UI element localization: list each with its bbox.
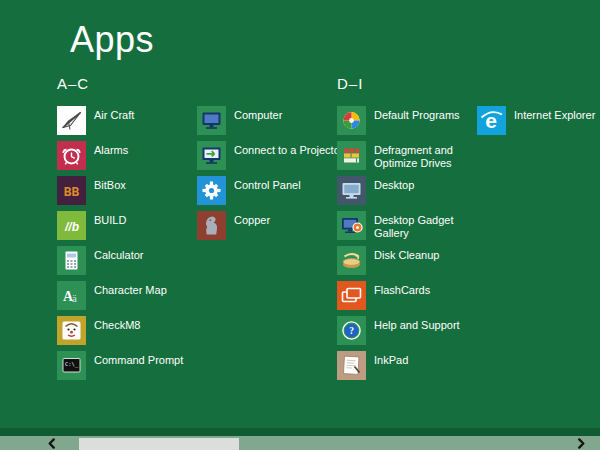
app-label-alarms: Alarms — [94, 141, 194, 157]
app-tile-help-and-support[interactable]: ? — [337, 316, 366, 345]
command-prompt-icon: C:\_ — [57, 351, 86, 380]
app-label-character-map: Character Map — [94, 281, 194, 297]
app-tile-checkm8[interactable] — [57, 316, 86, 345]
flashcards-icon — [337, 281, 366, 310]
app-tile-command-prompt[interactable]: C:\_ — [57, 351, 86, 380]
apps-column-d-i-1: Default ProgramsDefragment and Optimize … — [337, 106, 471, 386]
group-header-d-i: D–I — [337, 75, 363, 92]
app-item-flashcards[interactable]: FlashCards — [337, 281, 471, 316]
apps-column-a-c-1: Air CraftAlarmsBBBitBox//bBUILDCalculato… — [57, 106, 194, 386]
app-label-desktop: Desktop — [374, 176, 471, 192]
calculator-icon — [57, 246, 86, 275]
app-tile-build[interactable]: //b — [57, 211, 86, 240]
app-tile-air-craft[interactable] — [57, 106, 86, 135]
chevron-left-icon[interactable] — [45, 437, 57, 449]
paper-plane-icon — [57, 106, 86, 135]
checkm8-face-icon — [57, 316, 86, 345]
app-label-desktop-gadget-gallery: Desktop Gadget Gallery — [374, 211, 471, 240]
app-item-bitbox[interactable]: BBBitBox — [57, 176, 194, 211]
svg-text:C:\_: C:\_ — [65, 361, 79, 368]
help-question-icon: ? — [337, 316, 366, 345]
app-item-desktop[interactable]: Desktop — [337, 176, 471, 211]
svg-text:?: ? — [349, 326, 354, 336]
app-tile-disk-cleanup[interactable] — [337, 246, 366, 275]
default-programs-icon — [337, 106, 366, 135]
app-tile-default-programs[interactable] — [337, 106, 366, 135]
svg-text:ä: ä — [72, 292, 77, 304]
app-item-character-map[interactable]: AäCharacter Map — [57, 281, 194, 316]
projector-connect-icon — [197, 141, 226, 170]
app-tile-computer[interactable] — [197, 106, 226, 135]
app-tile-flashcards[interactable] — [337, 281, 366, 310]
scrollbar-thumb[interactable] — [79, 438, 239, 450]
gear-icon — [197, 176, 226, 205]
app-tile-internet-explorer[interactable]: e — [477, 106, 506, 135]
gadget-gallery-icon — [337, 211, 366, 240]
app-item-calculator[interactable]: Calculator — [57, 246, 194, 281]
app-item-inkpad[interactable]: InkPad — [337, 351, 471, 386]
app-label-internet-explorer: Internet Explorer — [514, 106, 598, 122]
app-tile-desktop[interactable] — [337, 176, 366, 205]
app-tile-inkpad[interactable] — [337, 351, 366, 380]
page-title: Apps — [70, 20, 154, 60]
app-tile-connect-to-a-projector[interactable] — [197, 141, 226, 170]
app-item-help-and-support[interactable]: ?Help and Support — [337, 316, 471, 351]
apps-column-d-i-2: eInternet Explorer — [477, 106, 598, 141]
app-label-disk-cleanup: Disk Cleanup — [374, 246, 471, 262]
app-item-alarms[interactable]: Alarms — [57, 141, 194, 176]
app-label-calculator: Calculator — [94, 246, 194, 262]
build-logo-icon: //b — [57, 211, 86, 240]
copper-figure-icon — [197, 211, 226, 240]
internet-explorer-icon: e — [477, 106, 506, 135]
disk-cleanup-icon — [337, 246, 366, 275]
horizontal-scrollbar[interactable] — [0, 436, 600, 450]
app-label-defragment-and-optimize-drives: Defragment and Optimize Drives — [374, 141, 471, 170]
computer-monitor-icon — [197, 106, 226, 135]
app-item-air-craft[interactable]: Air Craft — [57, 106, 194, 141]
app-tile-alarms[interactable] — [57, 141, 86, 170]
app-label-air-craft: Air Craft — [94, 106, 194, 122]
app-tile-character-map[interactable]: Aä — [57, 281, 86, 310]
app-label-default-programs: Default Programs — [374, 106, 471, 122]
character-map-icon: Aä — [57, 281, 86, 310]
app-label-flashcards: FlashCards — [374, 281, 471, 297]
chevron-right-icon[interactable] — [575, 437, 587, 449]
app-label-command-prompt: Command Prompt — [94, 351, 194, 367]
app-tile-desktop-gadget-gallery[interactable] — [337, 211, 366, 240]
start-apps-screen: Apps A–C D–I Air CraftAlarmsBBBitBox//bB… — [0, 0, 600, 450]
svg-text://b: //b — [64, 220, 79, 234]
app-tile-defragment-and-optimize-drives[interactable] — [337, 141, 366, 170]
app-item-command-prompt[interactable]: C:\_Command Prompt — [57, 351, 194, 386]
app-item-checkm8[interactable]: CheckM8 — [57, 316, 194, 351]
desktop-icon — [337, 176, 366, 205]
inkpad-icon — [337, 351, 366, 380]
app-label-help-and-support: Help and Support — [374, 316, 471, 332]
app-item-desktop-gadget-gallery[interactable]: Desktop Gadget Gallery — [337, 211, 471, 246]
app-item-disk-cleanup[interactable]: Disk Cleanup — [337, 246, 471, 281]
svg-text:BB: BB — [64, 184, 80, 199]
app-label-build: BUILD — [94, 211, 194, 227]
defragment-drives-icon — [337, 141, 366, 170]
app-tile-control-panel[interactable] — [197, 176, 226, 205]
app-tile-calculator[interactable] — [57, 246, 86, 275]
alarm-clock-icon — [57, 141, 86, 170]
app-item-build[interactable]: //bBUILD — [57, 211, 194, 246]
bitbox-letters-icon: BB — [57, 176, 86, 205]
app-item-defragment-and-optimize-drives[interactable]: Defragment and Optimize Drives — [337, 141, 471, 176]
app-label-checkm8: CheckM8 — [94, 316, 194, 332]
app-label-bitbox: BitBox — [94, 176, 194, 192]
app-item-default-programs[interactable]: Default Programs — [337, 106, 471, 141]
app-tile-bitbox[interactable]: BB — [57, 176, 86, 205]
bottom-shade — [0, 428, 600, 436]
group-header-a-c: A–C — [57, 75, 89, 92]
app-label-inkpad: InkPad — [374, 351, 471, 367]
app-tile-copper[interactable] — [197, 211, 226, 240]
app-item-internet-explorer[interactable]: eInternet Explorer — [477, 106, 598, 141]
